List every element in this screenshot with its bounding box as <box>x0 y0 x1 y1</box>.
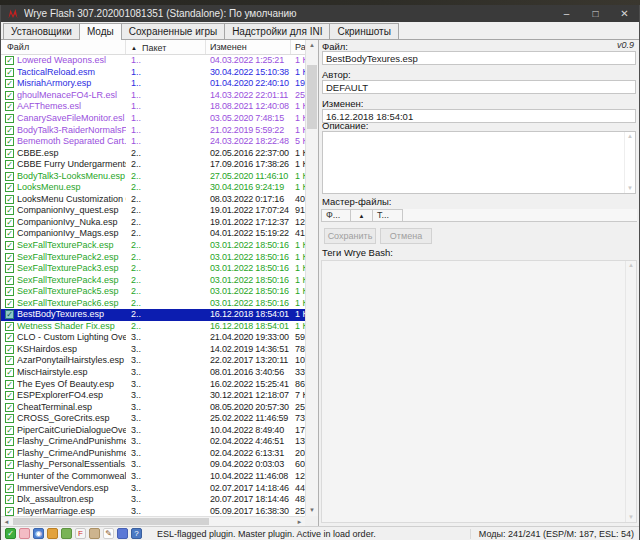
plugin-checkbox[interactable]: ✓ <box>5 299 14 308</box>
plugin-checkbox[interactable]: ✓ <box>5 126 14 135</box>
plugin-checkbox[interactable]: ✓ <box>5 68 14 77</box>
masters-column-file[interactable]: Ф... <box>321 209 351 222</box>
lock-icon[interactable] <box>47 528 58 539</box>
description-field[interactable]: ▲ ▼ <box>322 131 636 194</box>
mod-row[interactable]: ✓ SexFallTexturePack6.esp 2.. 03.01.2022… <box>1 297 305 309</box>
doc-edit-icon[interactable]: ✎ <box>103 528 114 539</box>
mod-row[interactable]: ✓ Lowered Weapons.esl 1.. 04.03.2022 1:2… <box>1 55 305 67</box>
plugin-checkbox[interactable]: ✓ <box>5 449 14 458</box>
plugin-checkbox[interactable]: ✓ <box>5 356 14 365</box>
mod-row[interactable]: ✓ SexFallTexturePack4.esp 2.. 03.01.2022… <box>1 274 305 286</box>
plugin-checkbox[interactable]: ✓ <box>5 507 14 516</box>
vertical-scrollbar[interactable]: ▲ ▼ <box>305 40 318 516</box>
masters-sort-icon[interactable]: ▲ <box>351 209 373 222</box>
scroll-down-icon[interactable]: ▼ <box>627 184 633 193</box>
mod-row[interactable]: ✓ CompanionIvy_Mags.esp 2.. 04.01.2022 1… <box>1 228 305 240</box>
plugin-checkbox[interactable]: ✓ <box>5 149 14 158</box>
mod-row[interactable]: ✓ SexFallTexturePack3.esp 2.. 03.01.2022… <box>1 263 305 275</box>
column-header-package[interactable]: ▲ Пакет <box>126 40 206 54</box>
plugin-checkbox[interactable]: ✓ <box>5 172 14 181</box>
plugin-checkbox[interactable]: ✓ <box>5 276 14 285</box>
plugin-checkbox[interactable]: ✓ <box>5 345 14 354</box>
mod-row[interactable]: ✓ CLO - Custom Lighting Overla... 3.. 21… <box>1 332 305 344</box>
mod-row[interactable]: ✓ SexFallTexturePack2.esp 2.. 03.01.2022… <box>1 251 305 263</box>
cancel-button[interactable]: Отмена <box>380 228 432 244</box>
mod-row[interactable]: ✓ Hunter of the Commonwealth... 3.. 10.0… <box>1 471 305 483</box>
plugin-checkbox[interactable]: ✓ <box>5 310 14 319</box>
mod-row[interactable]: ✓ The Eyes Of Beauty.esp 3.. 16.02.2022 … <box>1 378 305 390</box>
tab-screenshots[interactable]: Скриншоты <box>329 23 398 39</box>
plugin-checkbox[interactable]: ✓ <box>5 287 14 296</box>
minimize-button[interactable]: – <box>552 5 581 22</box>
installer-checkbox-icon[interactable] <box>19 528 30 539</box>
mod-row[interactable]: ✓ SexFallTexturePack.esp 2.. 03.01.2022 … <box>1 240 305 252</box>
mod-row[interactable]: ✓ MisriahArmory.esp 1.. 01.04.2020 22:40… <box>1 78 305 90</box>
mod-row[interactable]: ✓ Flashy_PersonalEssentials.esp 3.. 09.0… <box>1 459 305 471</box>
plugin-checkbox[interactable]: ✓ <box>5 56 14 65</box>
plugin-checkbox[interactable]: ✓ <box>5 229 14 238</box>
mod-row[interactable]: ✓ CROSS_GoreCrits.esp 3.. 25.02.2022 11:… <box>1 413 305 425</box>
fo4edit-icon[interactable]: F <box>75 528 86 539</box>
mod-row[interactable]: ✓ MiscHairstyle.esp 3.. 08.01.2016 3:40:… <box>1 367 305 379</box>
plugin-checkbox[interactable]: ✓ <box>5 426 14 435</box>
mod-row[interactable]: ✓ ImmersiveVendors.esp 3.. 02.07.2017 14… <box>1 482 305 494</box>
mod-row[interactable]: ✓ SexFallTexturePack5.esp 2.. 03.01.2022… <box>1 286 305 298</box>
tags-scrollbar[interactable]: ▲ ▼ <box>625 261 636 522</box>
plugin-checkbox[interactable]: ✓ <box>5 333 14 342</box>
mod-row[interactable]: ✓ CompanionIvy_quest.esp 2.. 19.01.2022 … <box>1 205 305 217</box>
mod-row[interactable]: ✓ ghoulMenaceFO4-LR.esl 1.. 14.03.2022 2… <box>1 90 305 102</box>
plugin-checkbox[interactable]: ✓ <box>5 79 14 88</box>
author-field[interactable]: DEFAULT <box>322 80 636 94</box>
plugin-checkbox[interactable]: ✓ <box>5 102 14 111</box>
plugin-checkbox[interactable]: ✓ <box>5 218 14 227</box>
plugin-checkbox[interactable]: ✓ <box>5 460 14 469</box>
mod-row[interactable]: ✓ BodyTalk3-RaiderNormalsFix... 1.. 21.0… <box>1 124 305 136</box>
mod-row[interactable]: ✓ LooksMenu Customization Co... 2.. 08.0… <box>1 194 305 206</box>
plugin-checkbox[interactable]: ✓ <box>5 472 14 481</box>
tab-ini-tweaks[interactable]: Надстройки для INI <box>224 23 330 39</box>
help-icon[interactable]: ? <box>131 528 142 539</box>
horizontal-scrollbar[interactable]: ◄ ► <box>1 516 305 526</box>
plugin-checkbox[interactable]: ✓ <box>5 264 14 273</box>
plugin-checkbox[interactable]: ✓ <box>5 414 14 423</box>
mod-row[interactable]: ✓ BestBodyTexures.esp 2.. 16.12.2018 18:… <box>1 309 305 321</box>
mod-row[interactable]: ✓ CBBE.esp 2.. 02.05.2016 22:37:00 1 КБ <box>1 147 305 159</box>
mod-row[interactable]: ✓ CanarySaveFileMonitor.esl 1.. 03.05.20… <box>1 113 305 125</box>
scroll-up-icon[interactable]: ▲ <box>627 132 633 141</box>
vertical-scroll-thumb[interactable] <box>307 65 317 129</box>
file-name-field[interactable]: BestBodyTexures.esp <box>322 51 636 65</box>
scroll-right-icon[interactable]: ► <box>294 519 305 525</box>
maximize-button[interactable]: □ <box>581 5 610 22</box>
plugin-checkbox[interactable]: ✓ <box>5 437 14 446</box>
globe-icon[interactable]: ◉ <box>33 528 44 539</box>
scroll-left-icon[interactable]: ◄ <box>1 519 12 525</box>
mod-row[interactable]: ✓ BodyTalk3-LooksMenu.esp 2.. 27.05.2020… <box>1 170 305 182</box>
description-scrollbar[interactable]: ▲ ▼ <box>624 132 635 193</box>
plugin-checkbox[interactable]: ✓ <box>5 160 14 169</box>
settings-icon[interactable] <box>117 528 128 539</box>
close-button[interactable]: ✕ <box>610 5 639 22</box>
plugin-checkbox[interactable]: ✓ <box>5 137 14 146</box>
plugin-checkbox[interactable]: ✓ <box>5 495 14 504</box>
horizontal-scroll-thumb[interactable] <box>13 518 209 525</box>
column-header-size[interactable]: Разм <box>291 40 305 54</box>
mod-row[interactable]: ✓ CheatTerminal.esp 3.. 08.05.2020 20:57… <box>1 401 305 413</box>
plugin-checkbox[interactable]: ✓ <box>5 322 14 331</box>
plugin-checkbox[interactable]: ✓ <box>5 183 14 192</box>
tab-mods[interactable]: Моды <box>79 23 122 40</box>
vertical-scroll-track[interactable] <box>306 51 318 505</box>
scroll-up-icon[interactable]: ▲ <box>309 40 315 51</box>
mod-row[interactable]: ✓ Flashy_CrimeAndPunishment... 3.. 02.04… <box>1 448 305 460</box>
mod-row[interactable]: ✓ Bememoth Separated Cart.esl 1.. 24.03.… <box>1 136 305 148</box>
plugin-checkbox[interactable]: ✓ <box>5 206 14 215</box>
mod-row[interactable]: ✓ CBBE Furry Undergarments Fi... 2.. 17.… <box>1 159 305 171</box>
scroll-up-icon[interactable]: ▲ <box>628 261 634 270</box>
mod-row[interactable]: ✓ CompanionIvy_Nuka.esp 2.. 19.01.2022 1… <box>1 217 305 229</box>
modified-field[interactable]: 16.12.2018 18:54:01 <box>322 109 636 123</box>
active-plugin-checkbox-icon[interactable]: ✓ <box>5 528 16 539</box>
masters-column-type[interactable]: Т... <box>373 209 403 222</box>
plugin-checkbox[interactable]: ✓ <box>5 391 14 400</box>
plugin-checkbox[interactable]: ✓ <box>5 368 14 377</box>
launch-game-icon[interactable] <box>61 528 72 539</box>
plugin-checkbox[interactable]: ✓ <box>5 253 14 262</box>
